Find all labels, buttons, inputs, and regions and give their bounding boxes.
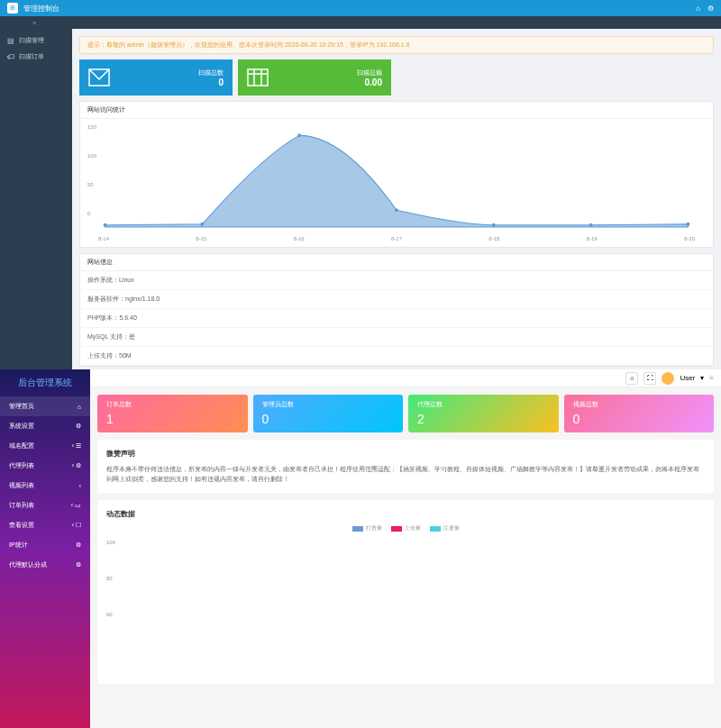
nav-label: 系统设置 bbox=[9, 422, 34, 431]
envelope-icon bbox=[88, 68, 110, 86]
nav-agent-list[interactable]: 代理列表‹ ⚙ bbox=[0, 456, 90, 476]
nav-label: 域名配置 bbox=[9, 441, 34, 450]
legend-label: 注册量 bbox=[443, 524, 460, 532]
nav-label: 管理首页 bbox=[9, 402, 34, 411]
gear-icon: ⚙ bbox=[76, 423, 81, 430]
info-row: 上传支持：50M bbox=[80, 347, 713, 366]
chevron-left-icon: ‹ bbox=[72, 462, 74, 469]
stat-label: 扫描总数 bbox=[198, 68, 224, 77]
table-icon bbox=[247, 68, 269, 86]
list-icon: ☰ bbox=[76, 442, 81, 449]
legend-swatch bbox=[352, 526, 363, 532]
x-tick: 8-18 bbox=[488, 236, 499, 241]
gear-icon: ⚙ bbox=[76, 462, 81, 469]
y-tick: 150 bbox=[87, 124, 96, 130]
stat-card-videos: 视频总数0 bbox=[564, 395, 715, 432]
x-tick: 8-14 bbox=[98, 236, 109, 241]
settings-icon[interactable]: ⚙ bbox=[707, 5, 714, 13]
info-panel: 网站信息 操作系统：Linux 服务器软件：nginx/1.18.0 PHP版本… bbox=[79, 253, 714, 367]
chevron-left-icon: ‹ bbox=[71, 502, 73, 508]
sidebar-item-scan-order[interactable]: 🏷 扫描订单 bbox=[0, 49, 72, 65]
y-tick: 50 bbox=[87, 182, 94, 187]
expand-button[interactable]: ⛶ bbox=[643, 372, 656, 385]
nav-order-list[interactable]: 订单列表‹ ▭ bbox=[0, 496, 90, 515]
y-tick: 100 bbox=[87, 153, 96, 159]
y-tick: 80 bbox=[106, 576, 113, 581]
svg-rect-1 bbox=[248, 69, 268, 86]
legend-swatch bbox=[430, 526, 441, 532]
menu-toggle-icon[interactable]: ≡ bbox=[32, 20, 36, 26]
tab-bar: ≡ bbox=[0, 16, 721, 29]
chevron-down-icon[interactable]: ▾ bbox=[700, 374, 704, 382]
stat-value: 0 bbox=[573, 412, 706, 426]
chart-panel: 网站访问统计 150 100 50 0 8-14 8-15 8-16 8-17 bbox=[79, 101, 714, 248]
nav-label: IP统计 bbox=[9, 541, 28, 550]
nav-label: 订单列表 bbox=[9, 501, 34, 510]
nav-domain[interactable]: 域名配置‹ ☰ bbox=[0, 436, 90, 456]
sidebar-label: 扫描管理 bbox=[19, 36, 44, 45]
nav-agent-commission[interactable]: 代理默认分成⚙ bbox=[0, 555, 90, 575]
stat-card-agents: 代理总数2 bbox=[408, 395, 559, 432]
svg-point-10 bbox=[589, 223, 593, 227]
y-tick: 0 bbox=[87, 211, 90, 216]
square-icon: ☐ bbox=[76, 522, 81, 528]
header-bottom: ⌂ ⛶ User ▾ ≡ bbox=[90, 369, 721, 387]
stat-card-orders: 订单总数1 bbox=[97, 395, 248, 432]
y-tick: 60 bbox=[106, 612, 113, 617]
stat-value: 2 bbox=[417, 412, 550, 426]
svg-point-8 bbox=[395, 208, 398, 212]
user-name[interactable]: User bbox=[680, 374, 695, 382]
sidebar-top: ▤ 扫描管理 🏷 扫描订单 bbox=[0, 29, 72, 369]
nav-system[interactable]: 系统设置⚙ bbox=[0, 416, 90, 436]
tag-icon: 🏷 bbox=[7, 53, 14, 61]
header-top: ⊞ 管理控制台 ⌂ ⚙ bbox=[0, 0, 721, 16]
nav-home[interactable]: 管理首页⌂ bbox=[0, 396, 90, 416]
chart-panel-bottom: 动态数据 打赏量 上传量 注册量 100 80 60 bbox=[97, 500, 714, 684]
avatar[interactable] bbox=[662, 372, 674, 385]
info-row: 服务器软件：nginx/1.18.0 bbox=[80, 290, 713, 309]
nav-label: 代理默认分成 bbox=[9, 560, 47, 569]
menu-icon[interactable]: ≡ bbox=[709, 374, 714, 382]
stat-label: 代理总数 bbox=[417, 400, 550, 409]
nav-label: 视频列表 bbox=[9, 481, 34, 490]
x-tick: 8-17 bbox=[391, 236, 402, 241]
sidebar-bottom: 后台管理系统 管理首页⌂ 系统设置⚙ 域名配置‹ ☰ 代理列表‹ ⚙ 视频列表‹… bbox=[0, 369, 90, 728]
notice-text: 程序本身不带任何违法信息，所发布的内容一律与开发者无关，由发布者自己承担！程序使… bbox=[106, 464, 705, 484]
svg-point-9 bbox=[492, 223, 496, 227]
info-row: 操作系统：Linux bbox=[80, 271, 713, 290]
svg-point-6 bbox=[200, 223, 204, 226]
info-row: MySQL 支持：是 bbox=[80, 328, 713, 347]
rect-icon: ▭ bbox=[75, 502, 81, 508]
nav-label: 代理列表 bbox=[9, 461, 34, 470]
stat-card-scan-count: 扫描总数0 bbox=[79, 59, 233, 96]
stat-label: 视频总数 bbox=[573, 400, 706, 409]
nav-video-list[interactable]: 视频列表‹ bbox=[0, 476, 90, 496]
chart-title: 网站访问统计 bbox=[80, 102, 713, 119]
svg-point-11 bbox=[686, 223, 689, 226]
x-tick: 8-15 bbox=[196, 236, 206, 241]
nav-ip-stats[interactable]: IP统计⚙ bbox=[0, 535, 90, 555]
stat-label: 扫描总额 bbox=[357, 68, 382, 77]
alert-banner: 提示：尊敬的 admin（超级管理员），欢迎您的使用。您本次登录时间:2020-… bbox=[79, 36, 714, 54]
notice-title: 微赞声明 bbox=[106, 449, 705, 459]
sidebar-item-scan-manage[interactable]: ▤ 扫描管理 bbox=[0, 32, 72, 49]
home-button[interactable]: ⌂ bbox=[625, 372, 638, 385]
sidebar-label: 扫描订单 bbox=[19, 52, 44, 61]
stat-label: 订单总数 bbox=[106, 400, 239, 409]
chevron-left-icon: ‹ bbox=[79, 483, 81, 489]
stat-value: 0 bbox=[262, 412, 395, 426]
stat-value: 0.00 bbox=[357, 77, 382, 87]
stat-value: 0 bbox=[198, 77, 224, 87]
gear-icon: ⚙ bbox=[76, 561, 81, 569]
svg-point-5 bbox=[104, 223, 107, 227]
home-icon[interactable]: ⌂ bbox=[696, 5, 700, 13]
x-tick: 8-19 bbox=[587, 236, 598, 241]
stat-card-admins: 管理员总数0 bbox=[253, 395, 404, 432]
legend-label: 上传量 bbox=[405, 524, 421, 532]
gear-icon: ⚙ bbox=[76, 541, 81, 549]
home-icon: ⌂ bbox=[78, 404, 81, 410]
y-tick: 100 bbox=[106, 540, 115, 545]
nav-view-settings[interactable]: 查看设置‹ ☐ bbox=[0, 515, 90, 535]
x-tick: 8-20 bbox=[684, 236, 695, 241]
brand-title: 后台管理系统 bbox=[0, 369, 90, 396]
